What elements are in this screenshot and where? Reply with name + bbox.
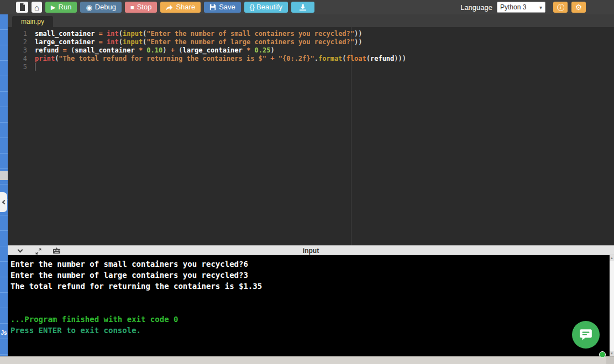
console-line: ...Program finished with exit code 0 — [11, 314, 608, 325]
sidebar-js-label: Js — [0, 330, 8, 336]
console-line — [11, 303, 608, 314]
notification-badge[interactable] — [599, 351, 606, 358]
home-icon: ⌂ — [34, 3, 39, 12]
new-file-button[interactable] — [16, 2, 28, 13]
editor-tabbar: main.py — [8, 14, 614, 27]
keyboard-icon — [53, 247, 61, 254]
chevron-down-icon — [17, 247, 23, 253]
console-line — [11, 292, 608, 303]
code-line[interactable]: print("The total refund for returning th… — [35, 55, 614, 63]
console-header: input — [8, 245, 614, 255]
sidebar-collapse-handle[interactable] — [0, 192, 7, 212]
console-header-icons — [15, 246, 61, 256]
settings-button[interactable]: ⚙ — [571, 2, 586, 13]
collapse-console-button[interactable] — [15, 246, 24, 255]
share-icon — [166, 4, 173, 11]
file-icon — [19, 3, 25, 11]
scroll-up-arrow[interactable]: ▲ — [610, 255, 614, 261]
download-icon — [299, 4, 307, 11]
debug-icon: ◉ — [86, 4, 92, 11]
gear-icon: ⚙ — [575, 3, 582, 11]
chat-bubble-icon — [579, 328, 593, 342]
line-number: 1 — [8, 30, 34, 38]
console-line: The total refund for returning the conta… — [11, 281, 608, 292]
code-editor[interactable]: 12345 small_container = int(input("Enter… — [8, 27, 614, 245]
language-zone: Language Python 3 ▾ i ⚙ — [460, 2, 590, 13]
line-number: 5 — [8, 63, 34, 71]
stop-icon: ■ — [130, 4, 134, 10]
code-line[interactable]: refund = (small_container * 0.10) + (lar… — [35, 46, 614, 55]
chevron-down-icon: ▾ — [539, 4, 542, 10]
my-projects-button[interactable]: ⌂ — [32, 2, 42, 13]
save-label: Save — [219, 2, 235, 13]
share-label: Share — [176, 2, 195, 13]
expand-console-button[interactable] — [34, 246, 43, 255]
language-value: Python 3 — [500, 3, 526, 11]
save-button[interactable]: Save — [204, 2, 241, 13]
console-line: Press ENTER to exit console. — [11, 325, 608, 336]
left-sidebar: Js — [0, 14, 8, 356]
ide-window: ⌂ ▶ Run ◉ Debug ■ Stop Share Save {} Bea… — [0, 0, 614, 364]
debug-button[interactable]: ◉ Debug — [80, 2, 122, 13]
tab-main-py[interactable]: main.py — [12, 16, 53, 27]
scroll-down-arrow[interactable]: ▼ — [610, 351, 614, 356]
keyboard-input-button[interactable] — [52, 246, 61, 255]
stop-button[interactable]: ■ Stop — [125, 2, 157, 13]
language-select[interactable]: Python 3 ▾ — [497, 2, 545, 13]
sidebar-ad-block — [0, 171, 8, 180]
code-lines[interactable]: small_container = int(input("Enter the n… — [35, 30, 614, 71]
horizontal-scrollbar[interactable] — [0, 356, 614, 364]
play-icon: ▶ — [51, 4, 55, 10]
console-title: input — [8, 246, 614, 256]
beautify-button[interactable]: {} Beautify — [244, 2, 288, 13]
scrollbar-corner — [606, 357, 614, 364]
save-icon — [209, 4, 216, 10]
fullscreen-icon — [35, 247, 42, 255]
stop-label: Stop — [137, 2, 152, 13]
info-icon: i — [557, 4, 564, 11]
line-number: 2 — [8, 38, 34, 46]
line-number: 4 — [8, 55, 34, 63]
text-cursor — [35, 63, 35, 71]
console-line: Enter the number of small containers you… — [11, 259, 608, 270]
run-button[interactable]: ▶ Run — [45, 2, 77, 13]
code-line[interactable]: large_container = int(input("Enter the n… — [35, 38, 614, 46]
share-button[interactable]: Share — [160, 2, 201, 13]
console-output[interactable]: Enter the number of small containers you… — [8, 255, 614, 356]
console-scrollbar[interactable]: ▲ ▼ — [610, 255, 614, 356]
language-label: Language — [460, 3, 492, 12]
debug-label: Debug — [95, 2, 116, 13]
line-number: 3 — [8, 46, 34, 55]
info-button[interactable]: i — [553, 2, 568, 13]
code-line[interactable]: small_container = int(input("Enter the n… — [35, 30, 614, 38]
chevron-left-icon — [2, 200, 6, 204]
beautify-label: {} Beautify — [250, 2, 282, 13]
console-line: Enter the number of large containers you… — [11, 270, 608, 281]
run-label: Run — [59, 2, 72, 13]
code-line[interactable] — [35, 63, 614, 71]
download-button[interactable] — [291, 2, 314, 13]
editor-gutter: 12345 — [8, 30, 34, 71]
top-toolbar: ⌂ ▶ Run ◉ Debug ■ Stop Share Save {} Bea… — [0, 0, 614, 14]
chat-widget-button[interactable] — [572, 321, 600, 349]
